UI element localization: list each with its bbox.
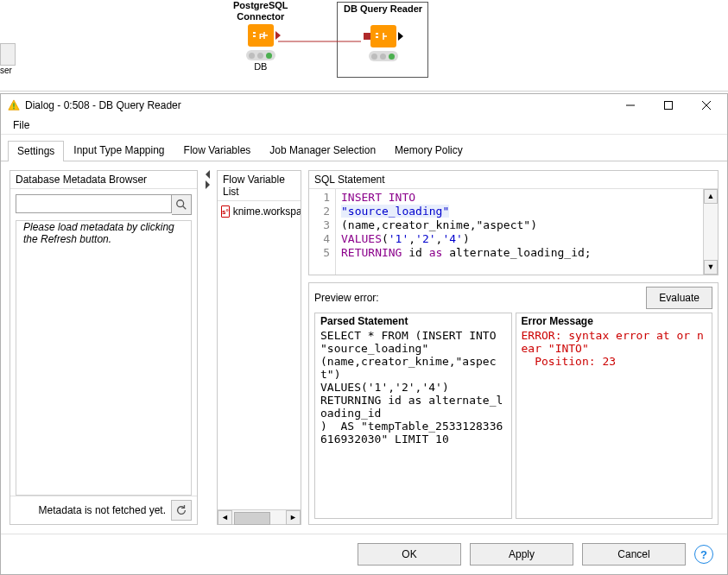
flow-variable-name: knime.workspa — [233, 205, 301, 218]
ok-button[interactable]: OK — [358, 543, 461, 566]
refresh-button[interactable] — [171, 500, 192, 521]
scroll-down-icon[interactable]: ▼ — [704, 260, 718, 275]
tab-memory-policy[interactable]: Memory Policy — [385, 140, 472, 161]
preview-error-label: Preview error: — [314, 292, 639, 304]
node-icon: P — [248, 24, 274, 47]
sql-statement-panel: SQL Statement 12345 INSERT INTO "source_… — [308, 170, 719, 275]
input-port-icon[interactable] — [364, 33, 370, 40]
evaluate-button[interactable]: Evaluate — [646, 287, 712, 309]
flow-variable-item[interactable]: s° knime.workspa — [219, 205, 299, 218]
chevron-right-icon — [206, 180, 210, 189]
warning-icon — [8, 99, 20, 111]
string-variable-icon: s° — [221, 205, 230, 218]
dialog-window: Dialog - 0:508 - DB Query Reader File Se… — [0, 93, 728, 575]
dialog-button-bar: OK Apply Cancel ? — [1, 534, 727, 574]
search-icon[interactable] — [172, 194, 192, 215]
panel-header: Flow Variable List — [218, 171, 301, 201]
node-icon — [370, 25, 396, 47]
titlebar[interactable]: Dialog - 0:508 - DB Query Reader — [1, 94, 727, 117]
panel-header: Database Metadata Browser — [10, 171, 197, 189]
chevron-left-icon — [206, 170, 210, 179]
error-message-box: Error Message ERROR: syntax error at or … — [516, 313, 713, 519]
scrollbar-thumb[interactable] — [234, 512, 270, 525]
help-icon[interactable]: ? — [694, 545, 713, 564]
output-port-icon[interactable] — [398, 32, 403, 41]
node-status-icon — [246, 50, 275, 60]
svg-rect-9 — [665, 102, 673, 110]
flow-variable-list[interactable]: s° knime.workspa — [218, 201, 301, 509]
tab-settings-body: Database Metadata Browser Please load me… — [1, 161, 727, 534]
svg-point-12 — [177, 200, 184, 207]
preview-panel: Preview error: Evaluate Parsed Statement… — [308, 282, 719, 525]
vertical-scrollbar[interactable]: ▲ ▼ — [703, 189, 718, 275]
parsed-statement-title: Parsed Statement — [315, 313, 511, 329]
metadata-search-input[interactable] — [16, 194, 172, 213]
close-button[interactable] — [687, 94, 725, 117]
minimize-button[interactable] — [611, 94, 649, 117]
flow-variable-panel: Flow Variable List s° knime.workspa ◄ ► — [217, 170, 301, 525]
cancel-button[interactable]: Cancel — [582, 543, 686, 566]
panel-sliver — [0, 43, 16, 66]
panel-header: SQL Statement — [309, 171, 718, 189]
svg-rect-1 — [253, 35, 256, 37]
parsed-statement-body[interactable]: SELECT * FROM (INSERT INTO "source_loadi… — [315, 329, 511, 518]
parsed-statement-box: Parsed Statement SELECT * FROM (INSERT I… — [314, 313, 512, 519]
svg-rect-4 — [376, 36, 378, 38]
scroll-up-icon[interactable]: ▲ — [704, 189, 718, 204]
menubar: File — [1, 117, 727, 135]
svg-rect-0 — [253, 32, 256, 34]
svg-rect-3 — [376, 33, 378, 35]
tab-job-manager[interactable]: Job Manager Selection — [260, 140, 385, 161]
metadata-hint: Please load metadata by clicking the Ref… — [16, 220, 192, 496]
tab-bar: Settings Input Type Mapping Flow Variabl… — [1, 135, 727, 161]
line-gutter: 12345 — [309, 189, 336, 275]
node-db-query-reader[interactable]: DB Query Reader — [344, 3, 422, 61]
tab-input-mapping[interactable]: Input Type Mapping — [64, 140, 174, 161]
svg-line-13 — [183, 206, 187, 210]
window-title: Dialog - 0:508 - DB Query Reader — [25, 99, 606, 111]
connection-line[interactable] — [278, 38, 361, 45]
tab-flow-variables[interactable]: Flow Variables — [174, 140, 261, 161]
svg-text:P: P — [259, 32, 264, 41]
db-metadata-panel: Database Metadata Browser Please load me… — [9, 170, 198, 525]
error-message-body[interactable]: ERROR: syntax error at or near "INTO" Po… — [516, 329, 712, 518]
svg-rect-7 — [13, 108, 15, 110]
tab-settings[interactable]: Settings — [8, 141, 64, 161]
splitter[interactable] — [205, 170, 210, 525]
scroll-left-icon[interactable]: ◄ — [218, 510, 232, 525]
svg-rect-6 — [13, 103, 15, 106]
workflow-canvas[interactable]: ser PostgreSQLConnector P DB DB Query Re… — [0, 0, 728, 92]
node-status-icon — [369, 51, 398, 61]
maximize-button[interactable] — [649, 94, 687, 117]
panel-sliver-label: ser — [0, 66, 12, 75]
node-postgresql-connector[interactable]: PostgreSQLConnector P DB — [233, 0, 288, 72]
scroll-right-icon[interactable]: ► — [286, 510, 301, 525]
node-label: PostgreSQLConnector — [233, 0, 288, 22]
apply-button[interactable]: Apply — [470, 543, 573, 566]
metadata-footer-text: Metadata is not fetched yet. — [16, 504, 166, 516]
error-message-title: Error Message — [516, 313, 712, 329]
node-annotation: DB — [233, 61, 288, 72]
node-label: DB Query Reader — [344, 3, 422, 15]
file-menu[interactable]: File — [8, 117, 35, 133]
horizontal-scrollbar[interactable]: ◄ ► — [218, 509, 301, 524]
sql-editor[interactable]: INSERT INTO "source_loading" (name,creat… — [336, 189, 703, 275]
